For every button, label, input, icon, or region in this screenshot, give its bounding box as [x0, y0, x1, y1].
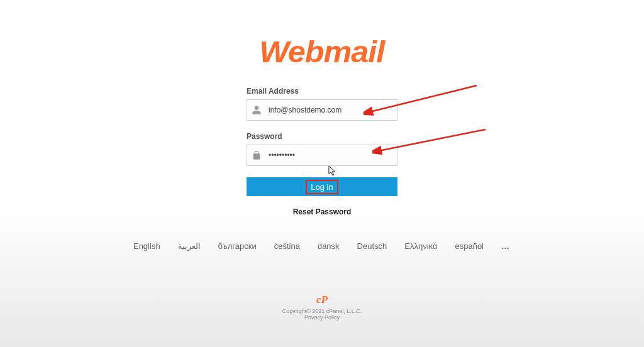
lock-icon — [252, 150, 262, 160]
lang-czech[interactable]: čeština — [274, 241, 300, 251]
password-input-wrap — [247, 145, 397, 166]
lang-danish[interactable]: dansk — [318, 241, 340, 251]
lang-spanish[interactable]: español — [455, 241, 484, 251]
login-form: Email Address Password Log in Reset Pass… — [247, 87, 397, 241]
lang-more[interactable]: … — [501, 241, 511, 251]
login-button[interactable]: Log in — [247, 177, 397, 196]
privacy-policy-link[interactable]: Privacy Policy — [282, 314, 362, 321]
lang-arabic[interactable]: العربية — [178, 241, 201, 251]
login-button-label: Log in — [306, 180, 338, 194]
login-container: Webmail Email Address Password Log in Re… — [0, 0, 644, 321]
lang-english[interactable]: English — [133, 241, 160, 251]
lang-bulgarian[interactable]: български — [218, 241, 257, 251]
email-input[interactable] — [247, 99, 397, 121]
footer: cP Copyright© 2021 cPanel, L.L.C. Privac… — [282, 294, 362, 321]
copyright-text: Copyright© 2021 cPanel, L.L.C. — [282, 308, 362, 314]
user-icon — [252, 105, 262, 115]
webmail-logo: Webmail — [260, 35, 385, 69]
lang-german[interactable]: Deutsch — [357, 241, 387, 251]
lang-greek[interactable]: Ελληνικά — [404, 241, 437, 251]
password-label: Password — [247, 132, 397, 141]
email-input-wrap — [247, 99, 397, 121]
reset-password-link[interactable]: Reset Password — [247, 207, 397, 216]
cpanel-logo: cP — [282, 294, 362, 306]
language-selector: English العربية български čeština dansk … — [133, 241, 511, 251]
email-label: Email Address — [247, 87, 397, 96]
password-input[interactable] — [247, 145, 397, 166]
